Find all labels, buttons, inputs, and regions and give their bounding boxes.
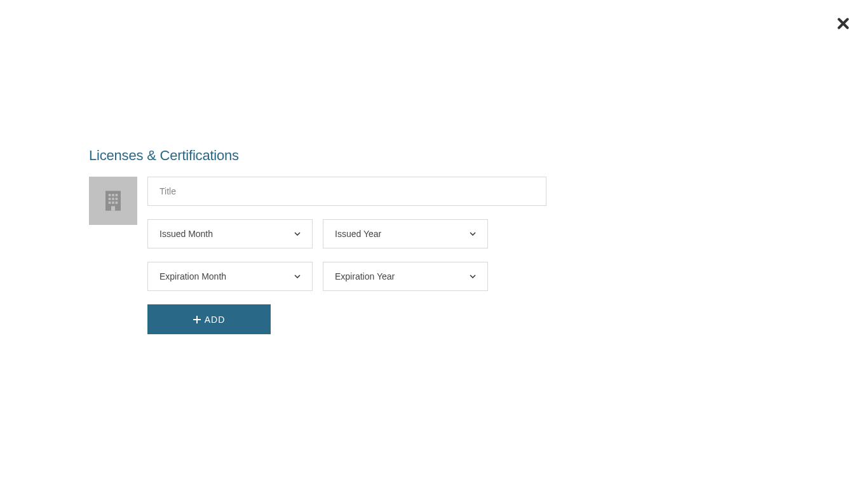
section-heading: Licenses & Certifications xyxy=(89,147,553,164)
svg-rect-10 xyxy=(111,206,115,210)
issued-year-label: Issued Year xyxy=(335,229,381,239)
building-icon xyxy=(104,189,123,212)
close-button[interactable] xyxy=(837,18,849,32)
form-fields: Issued Month Issued Year xyxy=(147,177,553,334)
plus-icon xyxy=(193,316,201,323)
expiration-month-label: Expiration Month xyxy=(159,271,226,281)
organization-icon-placeholder xyxy=(89,177,137,225)
issued-month-wrapper: Issued Month xyxy=(147,219,313,248)
add-button-label: ADD xyxy=(205,315,226,325)
expiration-year-select[interactable]: Expiration Year xyxy=(323,262,488,291)
svg-rect-1 xyxy=(109,194,111,196)
expiration-year-label: Expiration Year xyxy=(335,271,395,281)
svg-rect-4 xyxy=(109,198,111,200)
svg-rect-8 xyxy=(112,201,114,204)
expiration-month-wrapper: Expiration Month xyxy=(147,262,313,291)
issued-month-select[interactable]: Issued Month xyxy=(147,219,313,248)
svg-rect-9 xyxy=(116,201,118,204)
svg-rect-6 xyxy=(116,198,118,200)
issued-year-wrapper: Issued Year xyxy=(323,219,488,248)
expiration-month-select[interactable]: Expiration Month xyxy=(147,262,313,291)
chevron-down-icon xyxy=(470,232,476,236)
close-icon xyxy=(837,18,849,29)
svg-rect-12 xyxy=(193,319,201,320)
chevron-down-icon xyxy=(294,274,301,278)
licenses-certifications-section: Licenses & Certifications xyxy=(89,147,553,334)
expiration-date-row: Expiration Month Expiration Year xyxy=(147,262,553,291)
chevron-down-icon xyxy=(470,274,476,278)
form-row: Issued Month Issued Year xyxy=(89,177,553,334)
svg-rect-5 xyxy=(112,198,114,200)
chevron-down-icon xyxy=(294,232,301,236)
svg-rect-3 xyxy=(116,194,118,196)
title-input[interactable] xyxy=(147,177,546,206)
add-button[interactable]: ADD xyxy=(147,304,271,334)
issued-date-row: Issued Month Issued Year xyxy=(147,219,553,248)
svg-rect-7 xyxy=(109,201,111,204)
expiration-year-wrapper: Expiration Year xyxy=(323,262,488,291)
issued-year-select[interactable]: Issued Year xyxy=(323,219,488,248)
issued-month-label: Issued Month xyxy=(159,229,213,239)
svg-rect-2 xyxy=(112,194,114,196)
